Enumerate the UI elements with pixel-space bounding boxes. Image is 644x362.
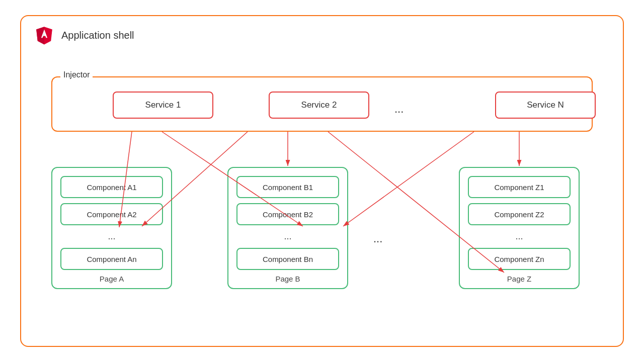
angular-logo <box>33 24 55 46</box>
component-an: Component An <box>60 248 163 270</box>
service2-label: Service 2 <box>301 100 337 110</box>
page-b-ellipsis: ... <box>236 230 339 243</box>
services-ellipsis: ... <box>394 103 404 116</box>
page-a-ellipsis: ... <box>60 230 163 243</box>
middle-ellipsis: ... <box>373 232 382 245</box>
page-b-label: Page B <box>275 275 300 283</box>
component-b1: Component B1 <box>236 176 339 198</box>
page-a-container: Component A1 Component A2 ... Component … <box>51 167 172 289</box>
component-bn: Component Bn <box>236 248 339 270</box>
component-a1: Component A1 <box>60 176 163 198</box>
serviceN-box: Service N <box>495 92 596 119</box>
service2-box: Service 2 <box>269 92 369 119</box>
page-b-container: Component B1 Component B2 ... Component … <box>227 167 348 289</box>
injector-box: Injector Service 1 Service 2 ... Service… <box>51 76 593 132</box>
component-zn: Component Zn <box>468 248 571 270</box>
page-z-container: Component Z1 Component Z2 ... Component … <box>459 167 580 289</box>
component-z2: Component Z2 <box>468 203 571 225</box>
page-a-label: Page A <box>100 275 124 283</box>
component-a2: Component A2 <box>60 203 163 225</box>
service1-box: Service 1 <box>113 92 213 119</box>
component-z1: Component Z1 <box>468 176 571 198</box>
page-z-ellipsis: ... <box>468 230 571 243</box>
serviceN-label: Service N <box>527 100 564 110</box>
app-title: Application shell <box>61 30 134 41</box>
service1-label: Service 1 <box>145 100 181 110</box>
app-header: Application shell <box>21 16 623 54</box>
page-z-label: Page Z <box>507 275 531 283</box>
injector-label: Injector <box>60 70 93 79</box>
application-shell-container: Application shell Injector Service 1 Ser… <box>20 15 624 347</box>
component-b2: Component B2 <box>236 203 339 225</box>
svg-line-11 <box>343 132 474 226</box>
